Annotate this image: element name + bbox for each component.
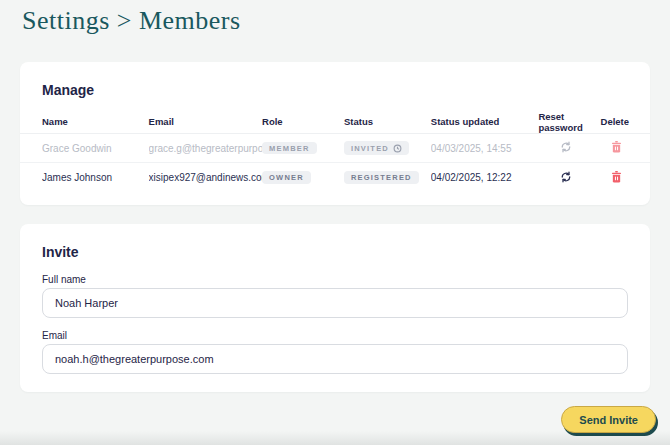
reset-password-button[interactable]: [560, 171, 572, 183]
members-table: Name Email Role Status Status updated Re…: [20, 110, 650, 192]
refresh-icon: [560, 171, 572, 183]
col-header-reset-password: Reset password: [538, 111, 600, 133]
reset-password-cell: [538, 171, 600, 185]
status-badge-label: INVITED: [351, 145, 389, 153]
trash-icon: [611, 141, 622, 153]
delete-cell: [601, 141, 640, 155]
clock-icon: [393, 144, 402, 153]
member-email: xisipex927@andinews.com: [149, 172, 262, 183]
member-role-cell: OWNER: [262, 171, 344, 184]
email-field[interactable]: [42, 344, 628, 374]
reset-password-button[interactable]: [560, 141, 572, 153]
col-header-delete: Delete: [601, 116, 640, 127]
member-email: grace.g@thegreaterpurpose.c...: [149, 143, 262, 154]
email-label: Email: [42, 330, 67, 341]
full-name-label: Full name: [42, 274, 86, 285]
manage-heading: Manage: [42, 82, 94, 98]
invite-card: Invite Full name Email: [20, 224, 650, 392]
invite-heading: Invite: [42, 244, 79, 260]
member-role-cell: MEMBER: [262, 142, 344, 155]
col-header-name: Name: [42, 116, 149, 127]
col-header-status-updated: Status updated: [431, 116, 539, 127]
status-badge: INVITED: [344, 141, 409, 155]
role-badge: OWNER: [262, 171, 311, 184]
delete-member-button[interactable]: [611, 141, 622, 153]
page-bottom-fade: [0, 431, 670, 445]
role-badge: MEMBER: [262, 142, 317, 155]
send-invite-button[interactable]: Send Invite: [561, 406, 656, 433]
refresh-icon: [560, 141, 572, 153]
member-name: Grace Goodwin: [42, 143, 149, 154]
col-header-role: Role: [262, 116, 344, 127]
full-name-field[interactable]: [42, 288, 628, 318]
col-header-status: Status: [344, 116, 431, 127]
table-row: James Johnson xisipex927@andinews.com OW…: [20, 163, 650, 192]
delete-cell: [601, 171, 640, 185]
member-status-updated: 04/03/2025, 14:55: [431, 143, 539, 154]
member-status-updated: 04/02/2025, 12:22: [431, 172, 539, 183]
col-header-email: Email: [149, 116, 262, 127]
table-row: Grace Goodwin grace.g@thegreaterpurpose.…: [20, 134, 650, 163]
table-header-row: Name Email Role Status Status updated Re…: [20, 110, 650, 134]
member-status-cell: REGISTERED: [344, 171, 431, 184]
page-title: Settings > Members: [22, 6, 241, 36]
reset-password-cell: [538, 141, 600, 155]
member-name: James Johnson: [42, 172, 149, 183]
trash-icon: [611, 171, 622, 183]
manage-card: Manage Name Email Role Status Status upd…: [20, 62, 650, 205]
status-badge: REGISTERED: [344, 171, 419, 184]
member-status-cell: INVITED: [344, 141, 431, 155]
delete-member-button[interactable]: [611, 171, 622, 183]
